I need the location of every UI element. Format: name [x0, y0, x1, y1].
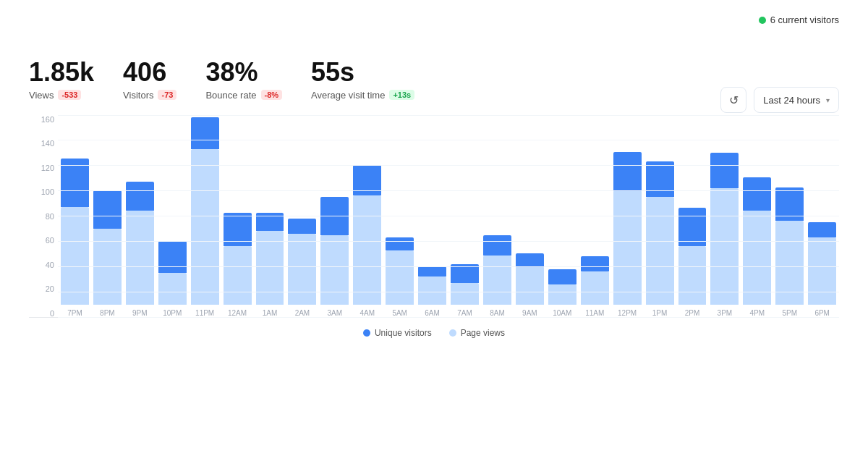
- refresh-button[interactable]: ↺: [720, 87, 746, 113]
- bar-group: 9AM: [516, 253, 544, 317]
- bar-unique-visitors: [158, 241, 187, 273]
- stats-row: 1.85k Views -533 406 Visitors -73 38% Bo…: [29, 58, 839, 101]
- bar-unique-visitors: [483, 235, 511, 256]
- y-axis-label: 100: [29, 187, 54, 196]
- bar-group: 1AM: [256, 213, 284, 317]
- bar-group: 12PM: [613, 152, 642, 317]
- bar-page-views: [710, 188, 739, 305]
- x-axis-label: 1AM: [263, 309, 278, 317]
- x-axis-label: 1PM: [652, 309, 668, 317]
- bar-group: 7AM: [451, 264, 479, 317]
- bar-unique-visitors: [710, 153, 739, 188]
- bar-unique-visitors: [808, 222, 836, 237]
- bar-stack: [516, 253, 544, 305]
- page-views-dot: [449, 329, 456, 337]
- avg-visit-time-label: Average visit time: [311, 90, 385, 101]
- x-axis-label: 5AM: [392, 309, 407, 317]
- bar-stack: [224, 213, 252, 305]
- y-axis-label: 80: [29, 212, 54, 221]
- bar-page-views: [775, 221, 804, 305]
- bars-area: 7PM8PM9PM10PM11PM12AM1AM2AM3AM4AM5AM6AM7…: [58, 114, 839, 317]
- bar-page-views: [191, 149, 219, 305]
- bar-page-views: [386, 250, 414, 305]
- x-axis-label: 2PM: [685, 309, 700, 317]
- bar-group: 6AM: [418, 266, 446, 317]
- bounce-rate-badge: -8%: [261, 90, 283, 100]
- bar-page-views: [678, 246, 707, 305]
- bar-page-views: [613, 190, 642, 305]
- chart-legend: Unique visitors Page views: [29, 328, 839, 338]
- bar-stack: [288, 219, 316, 305]
- x-axis-label: 8AM: [490, 309, 505, 317]
- stat-views: 1.85k Views -533: [29, 58, 94, 101]
- page-views-legend-label: Page views: [461, 328, 505, 338]
- bar-page-views: [418, 276, 446, 305]
- x-axis-label: 7PM: [67, 309, 82, 317]
- views-value: 1.85k: [29, 58, 94, 87]
- bar-group: 8AM: [483, 235, 511, 317]
- bar-stack: [743, 177, 771, 305]
- bar-unique-visitors: [418, 266, 446, 276]
- bar-page-views: [516, 266, 544, 305]
- chart-inner: 020406080100120140160 7PM8PM9PM10PM11PM1…: [29, 115, 839, 318]
- bar-unique-visitors: [516, 253, 544, 266]
- bar-page-views: [158, 273, 187, 305]
- bar-unique-visitors: [353, 165, 381, 195]
- x-axis-label: 9AM: [522, 309, 537, 317]
- bar-page-views: [224, 246, 252, 305]
- refresh-icon: ↺: [729, 93, 739, 107]
- bar-stack: [126, 182, 154, 305]
- stat-avg-visit-time: 55s Average visit time +13s: [311, 58, 414, 101]
- bar-group: 4AM: [353, 165, 381, 317]
- visitors-badge: -73: [158, 90, 176, 100]
- bar-stack: [808, 222, 836, 305]
- bar-unique-visitors: [256, 213, 284, 231]
- bounce-rate-value: 38%: [205, 58, 282, 87]
- bar-group: 2PM: [678, 208, 707, 317]
- bar-page-views: [288, 234, 316, 305]
- bar-stack: [451, 264, 479, 305]
- y-axis-label: 0: [29, 309, 54, 318]
- current-visitors-label: 6 current visitors: [770, 14, 839, 25]
- bar-unique-visitors: [93, 190, 122, 229]
- bar-unique-visitors: [581, 256, 609, 271]
- x-axis-label: 7AM: [457, 309, 472, 317]
- y-axis-label: 20: [29, 284, 54, 293]
- legend-unique-visitors: Unique visitors: [363, 328, 432, 338]
- bounce-rate-label: Bounce rate: [205, 90, 256, 101]
- bar-page-views: [808, 237, 836, 305]
- x-axis-label: 6AM: [425, 309, 440, 317]
- bar-page-views: [126, 211, 154, 305]
- bar-stack: [256, 213, 284, 305]
- bar-stack: [191, 117, 219, 305]
- x-axis-label: 5PM: [782, 309, 797, 317]
- time-range-dropdown[interactable]: Last 24 hours ▾: [754, 87, 839, 113]
- bar-page-views: [320, 235, 349, 305]
- bar-group: 11PM: [191, 117, 219, 317]
- bar-stack: [418, 266, 446, 305]
- x-axis-label: 10PM: [163, 309, 182, 317]
- bar-unique-visitors: [224, 213, 252, 246]
- y-axis-label: 60: [29, 236, 54, 245]
- y-axis-label: 40: [29, 261, 54, 269]
- y-axis-label: 160: [29, 115, 54, 124]
- online-dot: [759, 17, 766, 24]
- bar-page-views: [581, 271, 609, 305]
- bar-stack: [353, 165, 381, 305]
- bar-stack: [548, 269, 576, 305]
- bar-page-views: [93, 229, 122, 305]
- y-axis: 020406080100120140160: [29, 115, 54, 318]
- y-axis-label: 140: [29, 139, 54, 148]
- x-axis-label: 12AM: [228, 309, 247, 317]
- visitors-value: 406: [123, 58, 176, 87]
- bar-group: 4PM: [743, 177, 771, 317]
- views-badge: -533: [58, 90, 81, 100]
- bar-unique-visitors: [613, 152, 642, 190]
- chart-container: 020406080100120140160 7PM8PM9PM10PM11PM1…: [29, 115, 839, 361]
- x-axis-label: 11AM: [585, 309, 604, 317]
- x-axis-label: 6PM: [814, 309, 830, 317]
- bar-page-views: [646, 197, 674, 305]
- bar-unique-visitors: [320, 197, 349, 235]
- bar-group: 12AM: [224, 213, 252, 317]
- bar-unique-visitors: [451, 264, 479, 283]
